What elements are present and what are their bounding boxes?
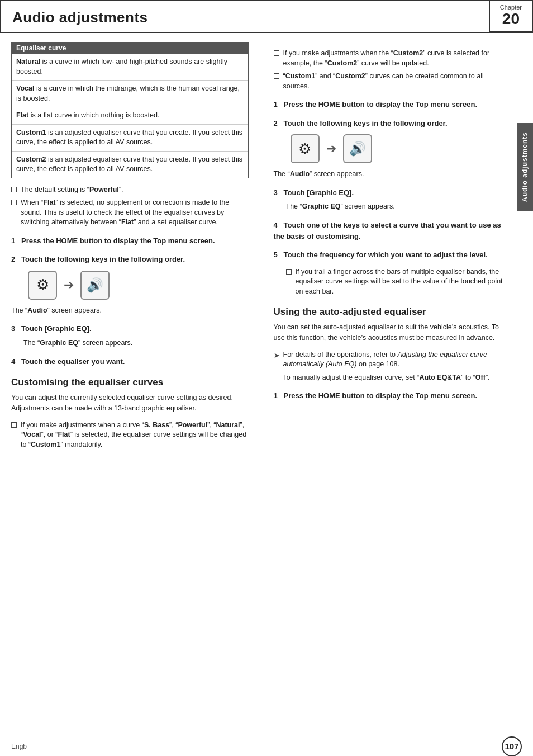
customising-intro: You can adjust the currently selected eq… bbox=[11, 393, 249, 414]
gear-icon-box: ⚙ bbox=[28, 271, 57, 300]
right-step3: 3 Touch [Graphic EQ]. bbox=[274, 187, 511, 199]
right-bullet-custom1-custom2: “Custom1” and “Custom2” curves can be cr… bbox=[274, 72, 511, 91]
left-step4: 4 Touch the equaliser you want. bbox=[11, 356, 249, 367]
right-step5-bullet1: If you trail a finger across the bars of… bbox=[286, 267, 511, 297]
arrow-icon: ➔ bbox=[64, 278, 74, 292]
side-tab: Audio adjustments bbox=[517, 123, 533, 211]
chapter-box: Chapter 20 bbox=[489, 0, 533, 32]
page-number: 107 bbox=[505, 741, 518, 751]
bullet-default-setting: The default setting is “Powerful”. bbox=[11, 185, 249, 195]
auto-eq-bullets: ➤ For details of the operations, refer t… bbox=[274, 350, 511, 383]
bullet-sq-icon bbox=[11, 187, 17, 192]
left-step3: 3 Touch [Graphic EQ]. bbox=[11, 323, 249, 334]
page-header: Audio adjustments Chapter 20 bbox=[0, 0, 533, 33]
right-step5-bullets: If you trail a finger across the bars of… bbox=[286, 267, 511, 297]
equaliser-curve-box: Equaliser curve Natural is a curve in wh… bbox=[11, 42, 249, 178]
bullet-sq-icon bbox=[11, 422, 17, 428]
gear-icon: ⚙ bbox=[36, 276, 49, 294]
left-audio-screen-note: The “Audio” screen appears. bbox=[11, 305, 249, 316]
right-step1b: 1 Press the HOME button to display the T… bbox=[274, 390, 511, 401]
left-graphic-eq-note: The “Graphic EQ” screen appears. bbox=[23, 338, 249, 348]
eq-curve-vocal-label: Vocal bbox=[16, 84, 34, 92]
left-column: Equaliser curve Natural is a curve in wh… bbox=[11, 42, 260, 456]
customising-bullet-1: If you make adjustments when a curve “S.… bbox=[11, 420, 249, 450]
bullet-sq-icon bbox=[274, 375, 279, 380]
auto-eq-bullet-manual: To manually adjust the equaliser curve, … bbox=[274, 373, 511, 383]
eq-curve-custom1-label: Custom1 bbox=[16, 129, 46, 136]
arrow-bullet-icon: ➤ bbox=[274, 351, 280, 361]
eq-curve-vocal-desc: is a curve in which the midrange, which … bbox=[16, 84, 240, 102]
eq-curve-flat-label: Flat bbox=[16, 111, 28, 119]
left-step2: 2 Touch the following keys in the follow… bbox=[11, 254, 249, 265]
bottom-bar: Engb 107 bbox=[0, 736, 533, 756]
speaker-icon: 🔊 bbox=[87, 277, 103, 293]
engb-label: Engb bbox=[11, 743, 27, 750]
speaker-icon-box: 🔊 bbox=[80, 271, 110, 300]
bullet-sq-icon bbox=[274, 73, 279, 79]
gear-icon-right: ⚙ bbox=[298, 140, 311, 158]
eq-curve-custom2: Custom2 is an adjusted equaliser curve t… bbox=[12, 152, 248, 178]
eq-curve-custom2-label: Custom2 bbox=[16, 155, 46, 163]
auto-eq-intro: You can set the auto-adjusted equaliser … bbox=[274, 322, 511, 343]
eq-curve-header: Equaliser curve bbox=[12, 42, 248, 54]
left-icon-row: ⚙ ➔ 🔊 bbox=[28, 271, 249, 300]
eq-curve-custom1: Custom1 is an adjusted equaliser curve t… bbox=[12, 125, 248, 152]
arrow-icon-right: ➔ bbox=[326, 141, 336, 156]
chapter-number: 20 bbox=[502, 11, 520, 28]
right-step5: 5 Touch the frequency for which you want… bbox=[274, 249, 511, 261]
right-step1: 1 Press the HOME button to display the T… bbox=[274, 99, 511, 110]
right-icon-row: ⚙ ➔ 🔊 bbox=[291, 134, 511, 163]
eq-curve-natural-label: Natural bbox=[16, 58, 40, 65]
page-title: Audio adjustments bbox=[12, 9, 148, 26]
bullet-sq-icon bbox=[286, 269, 292, 275]
eq-curve-vocal: Vocal is a curve in which the midrange, … bbox=[12, 81, 248, 107]
auto-eq-bullet-refer: ➤ For details of the operations, refer t… bbox=[274, 350, 511, 370]
eq-curve-flat: Flat is a flat curve in which nothing is… bbox=[12, 107, 248, 125]
speaker-icon-right: 🔊 bbox=[349, 141, 366, 157]
right-step4: 4 Touch one of the keys to select a curv… bbox=[274, 220, 511, 242]
right-graphic-eq-note: The “Graphic EQ” screen appears. bbox=[286, 201, 511, 212]
bullet-sq-icon bbox=[11, 200, 17, 205]
page-number-box: 107 bbox=[502, 736, 522, 757]
content-area: Equaliser curve Natural is a curve in wh… bbox=[0, 42, 533, 479]
eq-curve-natural: Natural is a curve in which low- and hig… bbox=[12, 54, 248, 81]
right-customising-bullets: If you make adjustments when the “Custom… bbox=[274, 49, 511, 91]
right-column: If you make adjustments when the “Custom… bbox=[260, 42, 528, 456]
right-audio-screen-note: The “Audio” screen appears. bbox=[274, 169, 511, 179]
right-step2: 2 Touch the following keys in the follow… bbox=[274, 118, 511, 129]
right-bullet-custom2-update: If you make adjustments when the “Custom… bbox=[274, 49, 511, 68]
customising-heading: Customising the equaliser curves bbox=[11, 377, 249, 388]
header-title-area: Audio adjustments bbox=[0, 0, 489, 32]
speaker-icon-box-right: 🔊 bbox=[343, 134, 372, 163]
bullet-sq-icon bbox=[274, 50, 279, 56]
eq-curve-custom1-desc: is an adjusted equaliser curve that you … bbox=[16, 129, 242, 147]
gear-icon-box-right: ⚙ bbox=[291, 134, 320, 163]
eq-curve-flat-desc: is a flat curve in which nothing is boos… bbox=[28, 111, 159, 119]
eq-curve-natural-desc: is a curve in which low- and high-pitche… bbox=[16, 58, 227, 75]
left-step1: 1 Press the HOME button to display the T… bbox=[11, 235, 249, 247]
customising-bullet-list: If you make adjustments when a curve “S.… bbox=[11, 420, 249, 450]
left-bullet-list: The default setting is “Powerful”. When … bbox=[11, 185, 249, 228]
auto-eq-heading: Using the auto-adjusted equaliser bbox=[274, 306, 511, 318]
bullet-flat-selected: When “Flat” is selected, no supplement o… bbox=[11, 198, 249, 228]
eq-curve-custom2-desc: is an adjusted equaliser curve that you … bbox=[16, 155, 242, 173]
